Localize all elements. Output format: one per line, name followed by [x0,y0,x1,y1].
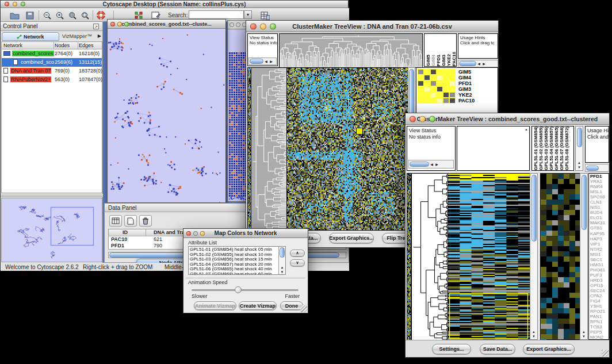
delete-attribute-trash-icon[interactable] [139,215,152,227]
minimize-button[interactable] [236,22,240,27]
gene-label[interactable]: GIM5 [458,69,475,75]
gene-label[interactable]: PUF3 [590,273,609,278]
col-header-network[interactable]: Network [3,43,22,48]
scroll-down-arrow[interactable]: ▼ [279,270,285,274]
gene-label[interactable]: RPN1 [590,319,609,324]
column-label[interactable]: GIM5 [426,55,431,66]
open-file-icon[interactable] [9,10,20,21]
scroll-left-arrow[interactable]: ◀ [429,162,434,167]
heatmap-canvas[interactable] [447,173,530,341]
new-attribute-icon[interactable] [124,215,137,227]
search-dropdown-arrow[interactable]: ▼ [244,10,252,19]
summary-matrix-canvas[interactable] [418,69,456,104]
scrollbar-thumb[interactable] [531,175,537,242]
close-button[interactable] [5,2,9,6]
zoom-fit-icon[interactable] [79,10,91,21]
column-label[interactable]: GIM4 [431,55,436,66]
scroll-down-arrow[interactable]: ▼ [530,334,537,339]
column-label[interactable]: PAC10 [452,52,456,66]
network-row-combined-scores[interactable]: combined_scores 2764(0) 16218(0) [2,49,102,58]
array-column-label[interactable]: GPL51-02 (GSM855) [538,127,544,170]
gene-label[interactable]: PHO81 [590,267,609,273]
gene-label[interactable]: GIM4 [458,75,475,81]
tree-collapse-arrow[interactable]: ▲ [525,128,528,131]
gene-label[interactable]: PEP5 [590,329,609,335]
gene-label[interactable]: YKE2 [458,92,475,98]
gene-label[interactable]: RNR4 [590,184,609,189]
close-button[interactable] [186,231,191,236]
speed-slider-track[interactable] [192,289,299,291]
gene-label[interactable]: MSL1 [590,189,609,194]
column-label[interactable]: GIM3 [441,55,446,66]
gene-label[interactable]: ELG1 [590,215,609,220]
save-data-button[interactable]: Save Data... [480,344,515,354]
column-dendrogram-canvas[interactable] [279,33,423,68]
panel-splitter[interactable] [1,194,103,197]
scroll-right-arrow[interactable]: ▶ [481,62,487,66]
view-status-hscrollbar[interactable]: ◀ ▶ [248,58,277,65]
usage-hints-hscrollbar[interactable] [585,164,609,172]
network-view-titlebar[interactable]: combined_scores_good.txt--cluste... [108,20,225,29]
gene-label[interactable]: YRA1 [590,179,609,184]
gene-label[interactable]: KAP95 [590,231,609,236]
birdseye-view-canvas[interactable] [1,198,102,262]
scroll-left-arrow[interactable]: ◀ [263,59,269,64]
gene-label[interactable]: CLN1 [590,200,609,205]
gene-label[interactable]: GTB1 [590,225,609,231]
zoom-button[interactable] [200,231,205,236]
resize-grip[interactable] [602,350,609,357]
scrollbar-thumb[interactable] [250,59,263,64]
minimize-button[interactable] [193,231,198,236]
view-status-hscrollbar[interactable]: ◀ ▶ [408,160,454,168]
float-panel-icon[interactable]: ↗ [93,24,99,29]
array-column-label[interactable]: GPL51-01 (GSM854) [533,127,538,170]
network-row-rnapuber[interactable]: RNAPuberNov2+ 563(0) 107847(0) [2,75,102,84]
column-label[interactable]: PFD1 [436,55,441,66]
scroll-up-arrow[interactable]: ▲ [530,329,537,334]
column-dendrogram-panel[interactable]: ▲ [457,126,530,171]
zoom-vscrollbar[interactable]: ▲ ▼ [580,173,588,340]
gene-label[interactable]: PAN1 [590,314,609,319]
gene-label[interactable]: TCB3 [590,324,609,329]
import-table-icon[interactable] [259,10,271,21]
gene-label[interactable]: SPC98 [590,194,609,200]
gene-label[interactable]: MAK31 [590,220,609,225]
gene-label[interactable]: HAP3 [590,236,609,242]
heatmap-vscrollbar[interactable]: ▲ ▼ [530,173,538,340]
help-lifering-icon[interactable] [95,10,106,21]
gene-label[interactable]: BUD4 [590,210,609,215]
gene-label[interactable]: YSH1 [590,304,609,309]
gene-label[interactable]: HRD3 [590,278,609,283]
array-column-label[interactable]: GPL51-08 (GSM872) [564,127,569,170]
close-button[interactable] [250,23,257,29]
zoom-button[interactable] [124,22,129,26]
done-button[interactable]: Done [280,301,303,310]
gene-label[interactable]: PAC10 [458,98,475,104]
scrollbar-thumb[interactable] [459,61,476,66]
heatmap-canvas[interactable] [286,67,408,231]
attribute-list[interactable]: GPL51-01 (GSM854) heat shock 05 minGPL51… [188,246,286,275]
scrollbar-thumb[interactable] [280,247,285,258]
scrollbar-thumb[interactable] [410,162,429,167]
gene-label[interactable]: GIM3 [458,86,475,92]
gene-label[interactable]: PFD1 [458,81,475,86]
close-button[interactable] [110,22,115,26]
create-vizmap-button[interactable]: Create Vizmap [239,301,277,310]
close-button[interactable] [410,116,416,122]
treeview2-titlebar[interactable]: ClusterMaker TreeView : combined_scores_… [406,113,609,125]
speed-slider-thumb[interactable] [235,286,242,293]
gene-label[interactable]: MSI1 [590,252,609,257]
row-dendrogram-canvas[interactable] [411,173,449,341]
gene-label[interactable]: NTR2 [590,247,609,252]
dialog-titlebar[interactable]: Map Colors to Network [183,229,308,238]
tab-overflow-arrow[interactable]: ▶ [98,33,101,39]
minimize-button[interactable] [419,116,426,122]
export-graphics-button[interactable]: Export Graphics... [329,233,374,243]
array-column-label[interactable]: GPL51-07 (GSM868) [559,127,564,170]
row-dendrogram-canvas[interactable] [251,67,287,231]
zoom-out-icon[interactable] [41,10,53,21]
scroll-left-arrow[interactable]: ◀ [476,62,481,66]
minimize-button[interactable] [260,23,266,29]
settings-button[interactable]: Settings... [432,344,471,354]
scroll-up-arrow[interactable]: ▲ [580,329,587,334]
